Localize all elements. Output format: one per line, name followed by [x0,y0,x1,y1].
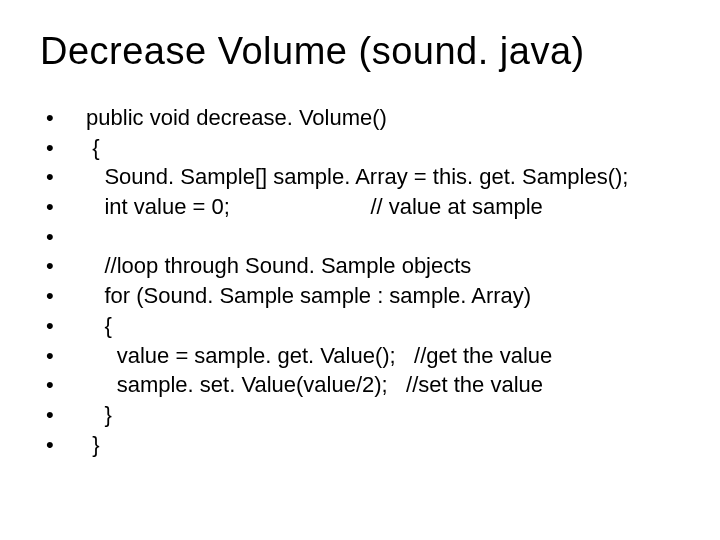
code-text: int value = 0; // value at sample [80,192,543,222]
code-line: • for (Sound. Sample sample : sample. Ar… [40,281,680,311]
code-text: { [80,133,100,163]
code-line: • //loop through Sound. Sample objects [40,251,680,281]
code-text: //loop through Sound. Sample objects [80,251,471,281]
bullet-icon: • [40,103,80,133]
bullet-icon: • [40,370,80,400]
code-text: sample. set. Value(value/2); //set the v… [80,370,543,400]
code-line: • { [40,311,680,341]
code-line: • value = sample. get. Value(); //get th… [40,341,680,371]
code-line: • } [40,430,680,460]
code-line: • } [40,400,680,430]
code-line: • int value = 0; // value at sample [40,192,680,222]
code-text: value = sample. get. Value(); //get the … [80,341,552,371]
bullet-icon: • [40,192,80,222]
code-text: } [80,400,112,430]
code-line: • [40,222,680,252]
bullet-icon: • [40,133,80,163]
bullet-icon: • [40,162,80,192]
bullet-icon: • [40,222,80,252]
bullet-icon: • [40,341,80,371]
slide-title: Decrease Volume (sound. java) [40,30,680,73]
bullet-icon: • [40,400,80,430]
bullet-icon: • [40,430,80,460]
code-line: • public void decrease. Volume() [40,103,680,133]
slide: Decrease Volume (sound. java) • public v… [0,0,720,540]
code-text: for (Sound. Sample sample : sample. Arra… [80,281,531,311]
bullet-icon: • [40,281,80,311]
code-text: } [80,430,100,460]
code-line: • sample. set. Value(value/2); //set the… [40,370,680,400]
code-text: Sound. Sample[] sample. Array = this. ge… [80,162,628,192]
code-text: { [80,311,112,341]
code-line: • Sound. Sample[] sample. Array = this. … [40,162,680,192]
code-text: public void decrease. Volume() [80,103,387,133]
code-line: • { [40,133,680,163]
bullet-icon: • [40,251,80,281]
slide-body: • public void decrease. Volume() • { • S… [40,103,680,459]
bullet-icon: • [40,311,80,341]
